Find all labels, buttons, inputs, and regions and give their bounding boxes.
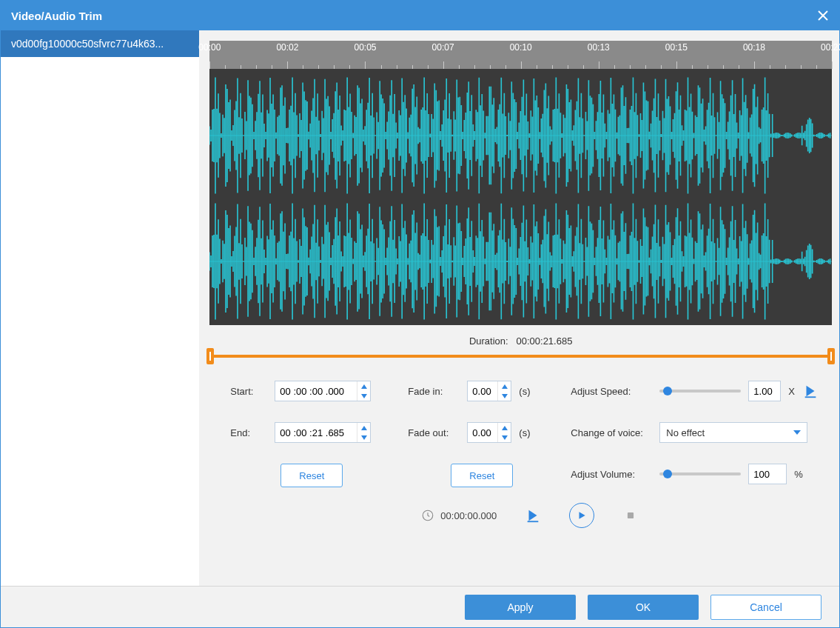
down-icon[interactable] [498,432,511,442]
close-icon[interactable] [817,10,829,21]
sidebar: v0d00fg10000c50sfvrc77u4k63... [1,30,199,586]
voice-row: Change of voice: No effect [571,422,819,443]
down-icon[interactable] [357,432,370,442]
timeline: 00:0000:0200:0500:0700:1000:1300:1500:18… [209,41,832,487]
duration-label: Duration: [469,335,508,347]
end-field[interactable] [275,423,357,442]
titlebar: Video/Audio Trim [1,1,839,30]
fadein-stepper[interactable] [497,381,511,401]
reset-time-button[interactable]: Reset [280,464,343,487]
end-row: End: [230,422,393,443]
reset-fade-button[interactable]: Reset [451,464,513,487]
volume-suffix: % [794,469,803,480]
trim-range[interactable] [209,353,832,360]
adjust-column: Adjust Speed: X Change of voice: No ef [571,381,819,487]
up-icon[interactable] [357,423,370,432]
trim-track [209,355,832,358]
start-field[interactable] [275,381,357,401]
duration-row: Duration: 00:00:21.685 [209,325,832,353]
voice-value: No effect [666,427,705,438]
fade-unit: (s) [519,386,530,397]
controls: Start: Fade in: [209,381,832,487]
fadeout-row: Fade out: (s) [408,422,556,443]
cancel-button[interactable]: Cancel [710,595,821,620]
fadeout-field[interactable] [468,423,497,442]
ok-button[interactable]: OK [588,595,699,620]
time-reset-row: Reset [230,464,393,487]
up-icon[interactable] [498,423,511,432]
playback-time: 00:00:00.000 [440,510,497,521]
up-icon[interactable] [357,381,370,391]
svg-rect-7 [628,512,634,518]
time-ruler[interactable]: 00:0000:0200:0500:0700:1000:1300:1500:18… [209,41,832,69]
ruler-label: 00:07 [432,42,454,53]
main: 00:0000:0200:0500:0700:1000:1300:1500:18… [199,30,839,586]
start-row: Start: [230,381,393,401]
up-icon[interactable] [498,381,511,391]
speed-slider[interactable] [659,390,741,392]
stop-button[interactable] [619,504,642,527]
ruler-label: 00:20 [821,42,840,53]
fadein-row: Fade in: (s) [408,381,556,401]
fade-unit: (s) [519,427,530,438]
window-title: Video/Audio Trim [11,10,102,22]
fadein-input[interactable] [467,381,511,401]
chevron-down-icon [793,430,801,435]
volume-row: Adjust Volume: % [571,464,819,484]
end-stepper[interactable] [357,423,370,442]
trim-handle-start[interactable] [206,348,214,364]
start-stepper[interactable] [357,381,370,401]
speed-value[interactable] [748,381,781,401]
volume-label: Adjust Volume: [571,469,652,480]
ruler-label: 00:10 [510,42,532,53]
slider-knob[interactable] [663,387,672,395]
trim-window: Video/Audio Trim v0d00fg10000c50sfvrc77u… [0,0,840,628]
play-range-button[interactable] [522,504,544,527]
svg-rect-6 [528,521,539,522]
apply-button[interactable]: Apply [465,595,576,620]
volume-slider[interactable] [659,472,741,475]
playback-row: 00:00:00.000 [421,503,642,528]
down-icon[interactable] [498,391,511,401]
trim-handle-end[interactable] [827,348,835,364]
speed-suffix: X [788,386,795,397]
ruler-label: 00:02 [276,42,298,53]
speed-label: Adjust Speed: [571,386,652,397]
sidebar-item-file[interactable]: v0d00fg10000c50sfvrc77u4k63... [1,30,199,57]
end-label: End: [230,427,267,438]
down-icon[interactable] [357,391,370,401]
voice-label: Change of voice: [571,427,652,438]
ruler-label: 00:00 [198,42,221,53]
fadeout-stepper[interactable] [497,423,511,442]
end-input[interactable] [275,422,371,443]
ruler-label: 00:18 [743,42,765,53]
sidebar-fill [1,57,199,586]
ruler-label: 00:05 [354,42,376,53]
fade-reset-row: Reset [408,464,556,487]
volume-value[interactable] [748,464,787,484]
voice-select[interactable]: No effect [659,422,807,443]
start-input[interactable] [275,381,371,401]
speed-preview-button[interactable] [802,383,819,399]
footer: Apply OK Cancel [1,586,839,627]
body: v0d00fg10000c50sfvrc77u4k63... 00:0000:0… [1,30,839,586]
ruler-label: 00:13 [588,42,610,53]
play-button[interactable] [569,503,594,528]
playback-clock: 00:00:00.000 [421,509,497,522]
svg-rect-4 [805,396,816,398]
speed-row: Adjust Speed: X [571,381,819,401]
waveform[interactable] [209,69,832,325]
slider-knob[interactable] [663,470,672,478]
fadeout-label: Fade out: [408,427,460,438]
fadeout-input[interactable] [467,422,511,443]
ruler-label: 00:15 [665,42,688,53]
fadein-field[interactable] [468,381,497,401]
duration-value: 00:00:21.685 [517,335,573,347]
start-label: Start: [230,386,267,397]
fadein-label: Fade in: [408,386,460,397]
clock-icon [421,509,434,522]
